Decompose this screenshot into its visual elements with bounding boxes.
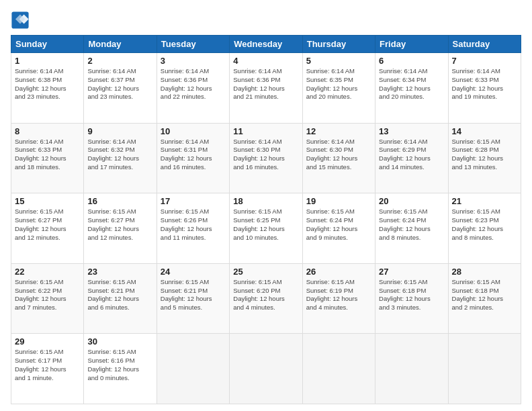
day-info: Sunrise: 6:15 AMSunset: 6:17 PMDaylight:… — [15, 348, 80, 382]
day-number: 14 — [452, 126, 517, 136]
day-cell-9: 9Sunrise: 6:14 AMSunset: 6:32 PMDaylight… — [84, 123, 157, 193]
day-info: Sunrise: 6:15 AMSunset: 6:27 PMDaylight:… — [87, 208, 152, 242]
weekday-header-thursday: Thursday — [302, 36, 375, 53]
day-info: Sunrise: 6:14 AMSunset: 6:36 PMDaylight:… — [161, 67, 226, 101]
day-cell-30: 30Sunrise: 6:15 AMSunset: 6:16 PMDayligh… — [84, 334, 157, 404]
weekday-header-tuesday: Tuesday — [157, 36, 229, 53]
day-number: 29 — [15, 336, 80, 347]
week-row-1: 1Sunrise: 6:14 AMSunset: 6:38 PMDaylight… — [11, 53, 521, 124]
page: SundayMondayTuesdayWednesdayThursdayFrid… — [0, 0, 532, 411]
day-cell-16: 16Sunrise: 6:15 AMSunset: 6:27 PMDayligh… — [84, 193, 157, 264]
day-info: Sunrise: 6:15 AMSunset: 6:24 PMDaylight:… — [306, 208, 371, 242]
day-cell-3: 3Sunrise: 6:14 AMSunset: 6:36 PMDaylight… — [157, 53, 229, 124]
day-cell-21: 21Sunrise: 6:15 AMSunset: 6:23 PMDayligh… — [448, 193, 521, 264]
day-number: 8 — [15, 126, 80, 136]
empty-cell — [448, 334, 521, 404]
day-info: Sunrise: 6:14 AMSunset: 6:35 PMDaylight:… — [306, 67, 371, 101]
day-info: Sunrise: 6:15 AMSunset: 6:22 PMDaylight:… — [15, 278, 80, 312]
day-number: 13 — [379, 126, 444, 136]
day-info: Sunrise: 6:14 AMSunset: 6:29 PMDaylight:… — [379, 138, 444, 172]
day-number: 1 — [15, 56, 80, 66]
day-number: 10 — [161, 126, 226, 136]
week-row-5: 29Sunrise: 6:15 AMSunset: 6:17 PMDayligh… — [11, 334, 521, 404]
day-number: 6 — [379, 56, 444, 66]
weekday-header-sunday: Sunday — [11, 36, 84, 53]
day-info: Sunrise: 6:15 AMSunset: 6:18 PMDaylight:… — [379, 278, 444, 312]
calendar-table: SundayMondayTuesdayWednesdayThursdayFrid… — [11, 35, 521, 404]
day-cell-17: 17Sunrise: 6:15 AMSunset: 6:26 PMDayligh… — [157, 193, 229, 264]
day-number: 30 — [87, 336, 152, 347]
day-number: 19 — [306, 196, 371, 206]
day-info: Sunrise: 6:15 AMSunset: 6:24 PMDaylight:… — [379, 208, 444, 242]
day-number: 2 — [87, 56, 152, 66]
day-number: 9 — [87, 126, 152, 136]
day-cell-18: 18Sunrise: 6:15 AMSunset: 6:25 PMDayligh… — [230, 193, 302, 264]
day-number: 5 — [306, 56, 371, 66]
empty-cell — [302, 334, 375, 404]
day-cell-24: 24Sunrise: 6:15 AMSunset: 6:21 PMDayligh… — [157, 263, 229, 334]
day-cell-1: 1Sunrise: 6:14 AMSunset: 6:38 PMDaylight… — [11, 53, 84, 124]
day-cell-6: 6Sunrise: 6:14 AMSunset: 6:34 PMDaylight… — [375, 53, 448, 124]
day-cell-14: 14Sunrise: 6:15 AMSunset: 6:28 PMDayligh… — [448, 123, 521, 193]
day-cell-23: 23Sunrise: 6:15 AMSunset: 6:21 PMDayligh… — [84, 263, 157, 334]
week-row-3: 15Sunrise: 6:15 AMSunset: 6:27 PMDayligh… — [11, 193, 521, 264]
day-number: 24 — [161, 267, 226, 277]
day-cell-5: 5Sunrise: 6:14 AMSunset: 6:35 PMDaylight… — [302, 53, 375, 124]
day-number: 3 — [161, 56, 226, 66]
day-number: 20 — [379, 196, 444, 206]
day-number: 22 — [15, 267, 80, 277]
weekday-header-wednesday: Wednesday — [230, 36, 302, 53]
day-cell-27: 27Sunrise: 6:15 AMSunset: 6:18 PMDayligh… — [375, 263, 448, 334]
day-cell-26: 26Sunrise: 6:15 AMSunset: 6:19 PMDayligh… — [302, 263, 375, 334]
day-number: 15 — [15, 196, 80, 206]
day-number: 17 — [161, 196, 226, 206]
logo-icon — [11, 11, 30, 30]
day-info: Sunrise: 6:14 AMSunset: 6:30 PMDaylight:… — [233, 138, 298, 172]
day-cell-25: 25Sunrise: 6:15 AMSunset: 6:20 PMDayligh… — [230, 263, 302, 334]
day-info: Sunrise: 6:15 AMSunset: 6:25 PMDaylight:… — [233, 208, 298, 242]
day-number: 28 — [452, 267, 517, 277]
day-number: 12 — [306, 126, 371, 136]
day-number: 21 — [452, 196, 517, 206]
day-cell-7: 7Sunrise: 6:14 AMSunset: 6:33 PMDaylight… — [448, 53, 521, 124]
day-info: Sunrise: 6:14 AMSunset: 6:33 PMDaylight:… — [452, 67, 517, 101]
day-info: Sunrise: 6:15 AMSunset: 6:19 PMDaylight:… — [306, 278, 371, 312]
week-row-4: 22Sunrise: 6:15 AMSunset: 6:22 PMDayligh… — [11, 263, 521, 334]
day-info: Sunrise: 6:14 AMSunset: 6:31 PMDaylight:… — [161, 138, 226, 172]
day-info: Sunrise: 6:14 AMSunset: 6:38 PMDaylight:… — [15, 67, 80, 101]
day-info: Sunrise: 6:15 AMSunset: 6:20 PMDaylight:… — [233, 278, 298, 312]
day-number: 27 — [379, 267, 444, 277]
day-info: Sunrise: 6:14 AMSunset: 6:30 PMDaylight:… — [306, 138, 371, 172]
day-info: Sunrise: 6:15 AMSunset: 6:27 PMDaylight:… — [15, 208, 80, 242]
day-number: 11 — [233, 126, 298, 136]
day-cell-19: 19Sunrise: 6:15 AMSunset: 6:24 PMDayligh… — [302, 193, 375, 264]
day-cell-4: 4Sunrise: 6:14 AMSunset: 6:36 PMDaylight… — [230, 53, 302, 124]
day-cell-20: 20Sunrise: 6:15 AMSunset: 6:24 PMDayligh… — [375, 193, 448, 264]
day-cell-12: 12Sunrise: 6:14 AMSunset: 6:30 PMDayligh… — [302, 123, 375, 193]
day-info: Sunrise: 6:14 AMSunset: 6:34 PMDaylight:… — [379, 67, 444, 101]
day-cell-29: 29Sunrise: 6:15 AMSunset: 6:17 PMDayligh… — [11, 334, 84, 404]
day-number: 25 — [233, 267, 298, 277]
day-number: 18 — [233, 196, 298, 206]
day-info: Sunrise: 6:14 AMSunset: 6:36 PMDaylight:… — [233, 67, 298, 101]
day-cell-13: 13Sunrise: 6:14 AMSunset: 6:29 PMDayligh… — [375, 123, 448, 193]
day-number: 23 — [87, 267, 152, 277]
day-cell-2: 2Sunrise: 6:14 AMSunset: 6:37 PMDaylight… — [84, 53, 157, 124]
day-cell-11: 11Sunrise: 6:14 AMSunset: 6:30 PMDayligh… — [230, 123, 302, 193]
week-row-2: 8Sunrise: 6:14 AMSunset: 6:33 PMDaylight… — [11, 123, 521, 193]
day-number: 16 — [87, 196, 152, 206]
day-info: Sunrise: 6:15 AMSunset: 6:28 PMDaylight:… — [452, 138, 517, 172]
day-info: Sunrise: 6:15 AMSunset: 6:21 PMDaylight:… — [87, 278, 152, 312]
day-cell-15: 15Sunrise: 6:15 AMSunset: 6:27 PMDayligh… — [11, 193, 84, 264]
day-info: Sunrise: 6:15 AMSunset: 6:23 PMDaylight:… — [452, 208, 517, 242]
empty-cell — [375, 334, 448, 404]
day-info: Sunrise: 6:15 AMSunset: 6:16 PMDaylight:… — [87, 348, 152, 382]
day-number: 4 — [233, 56, 298, 66]
header — [11, 11, 521, 30]
day-info: Sunrise: 6:15 AMSunset: 6:26 PMDaylight:… — [161, 208, 226, 242]
day-info: Sunrise: 6:14 AMSunset: 6:33 PMDaylight:… — [15, 138, 80, 172]
empty-cell — [157, 334, 229, 404]
weekday-header-friday: Friday — [375, 36, 448, 53]
day-number: 26 — [306, 267, 371, 277]
weekday-header-monday: Monday — [84, 36, 157, 53]
